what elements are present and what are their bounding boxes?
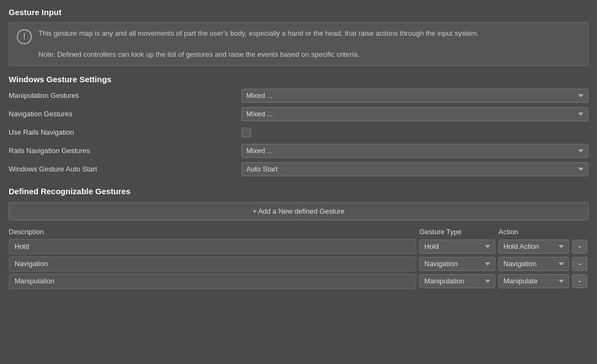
manipulation-gestures-control: Mixed ... bbox=[241, 89, 588, 103]
rails-navigation-gestures-control: Mixed ... bbox=[241, 144, 588, 158]
manipulation-gesture-type-control: Hold Navigation Manipulation bbox=[419, 274, 495, 288]
manipulation-remove-button[interactable]: - bbox=[572, 274, 587, 288]
col-action-header: Action bbox=[498, 228, 569, 236]
rails-navigation-gestures-label: Rails Navigation Gestures bbox=[9, 147, 241, 155]
navigation-gestures-select[interactable]: Mixed ... bbox=[241, 107, 588, 121]
col-gesture-type-header: Gesture Type bbox=[419, 228, 495, 236]
manipulation-gestures-row: Manipulation Gestures Mixed ... bbox=[9, 88, 588, 103]
table-row: Hold Hold Navigation Manipulation Hold A… bbox=[9, 239, 588, 254]
use-rails-navigation-row: Use Rails Navigation bbox=[9, 125, 588, 140]
manipulation-description: Manipulation bbox=[9, 274, 416, 289]
navigation-remove-control: - bbox=[572, 257, 588, 271]
manipulation-gestures-label: Manipulation Gestures bbox=[9, 91, 241, 100]
defined-gestures-title: Defined Recognizable Gestures bbox=[9, 187, 588, 196]
windows-settings-title: Windows Gesture Settings bbox=[9, 75, 588, 84]
navigation-gestures-control: Mixed ... bbox=[241, 107, 588, 121]
info-icon: ! bbox=[17, 29, 32, 44]
use-rails-navigation-control bbox=[241, 128, 588, 137]
info-text: This gesture map is any and all movement… bbox=[38, 28, 479, 60]
col-description-header: Description bbox=[9, 228, 419, 236]
hold-gesture-type-control: Hold Navigation Manipulation bbox=[419, 240, 495, 254]
table-row: Manipulation Hold Navigation Manipulatio… bbox=[9, 274, 588, 289]
page-title: Gesture Input bbox=[9, 8, 588, 17]
navigation-description: Navigation bbox=[9, 256, 416, 272]
table-row: Navigation Hold Navigation Manipulation … bbox=[9, 256, 588, 272]
defined-gestures-section: Defined Recognizable Gestures + Add a Ne… bbox=[9, 187, 588, 289]
manipulation-action-select[interactable]: Manipulate bbox=[498, 274, 569, 288]
hold-remove-control: - bbox=[572, 240, 588, 254]
add-gesture-button[interactable]: + Add a New defined Gesture bbox=[9, 202, 588, 220]
windows-gesture-auto-start-select[interactable]: Auto Start bbox=[241, 162, 588, 176]
navigation-gestures-row: Navigation Gestures Mixed ... bbox=[9, 107, 588, 122]
windows-gesture-auto-start-row: Windows Gesture Auto Start Auto Start bbox=[9, 162, 588, 177]
navigation-gestures-label: Navigation Gestures bbox=[9, 110, 241, 118]
manipulation-gestures-select[interactable]: Mixed ... bbox=[241, 89, 588, 103]
navigation-action-control: Navigation bbox=[498, 257, 569, 271]
manipulation-gesture-type-select[interactable]: Hold Navigation Manipulation bbox=[419, 274, 495, 288]
table-header: Description Gesture Type Action bbox=[9, 228, 588, 239]
hold-gesture-type-select[interactable]: Hold Navigation Manipulation bbox=[419, 240, 495, 254]
windows-gesture-settings: Windows Gesture Settings Manipulation Ge… bbox=[9, 75, 588, 177]
info-text-1: This gesture map is any and all movement… bbox=[38, 28, 479, 39]
use-rails-navigation-checkbox[interactable] bbox=[241, 128, 251, 137]
rails-navigation-gestures-select[interactable]: Mixed ... bbox=[241, 144, 588, 158]
hold-description: Hold bbox=[9, 239, 416, 254]
windows-gesture-auto-start-label: Windows Gesture Auto Start bbox=[9, 165, 241, 173]
manipulation-remove-control: - bbox=[572, 274, 588, 288]
use-rails-navigation-label: Use Rails Navigation bbox=[9, 128, 241, 136]
main-container: Gesture Input ! This gesture map is any … bbox=[0, 0, 597, 299]
windows-gesture-auto-start-control: Auto Start bbox=[241, 162, 588, 176]
info-box: ! This gesture map is any and all moveme… bbox=[9, 22, 588, 66]
navigation-gesture-type-select[interactable]: Hold Navigation Manipulation bbox=[419, 257, 495, 271]
navigation-remove-button[interactable]: - bbox=[572, 257, 587, 271]
hold-action-control: Hold Action bbox=[498, 240, 569, 254]
info-text-2: Note: Defined controllers can look up th… bbox=[38, 49, 479, 60]
navigation-gesture-type-control: Hold Navigation Manipulation bbox=[419, 257, 495, 271]
navigation-action-select[interactable]: Navigation bbox=[498, 257, 569, 271]
hold-action-select[interactable]: Hold Action bbox=[498, 240, 569, 254]
hold-remove-button[interactable]: - bbox=[572, 240, 587, 254]
manipulation-action-control: Manipulate bbox=[498, 274, 569, 288]
rails-navigation-gestures-row: Rails Navigation Gestures Mixed ... bbox=[9, 143, 588, 158]
